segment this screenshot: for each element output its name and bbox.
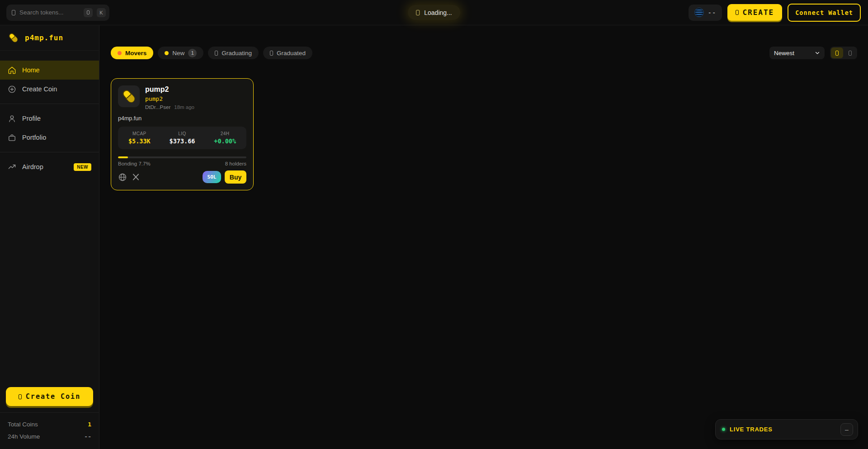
sidebar-item-profile[interactable]: Profile — [0, 109, 99, 128]
new-badge: NEW — [74, 163, 91, 171]
sort-select[interactable]: Newest — [769, 47, 825, 59]
token-card-footer: SOL Buy — [118, 170, 246, 184]
movers-dot-icon — [118, 51, 122, 55]
live-trades-title: LIVE TRADES — [730, 426, 773, 433]
live-trades-panel: LIVE TRADES – — [715, 419, 858, 440]
sidebar-item-label: Home — [22, 66, 40, 74]
cmd-key-icon — [84, 8, 93, 17]
token-identity: pump2 pump2 DtDr...Pser 18m ago — [145, 85, 194, 110]
create-button-label: CREATE — [742, 8, 774, 17]
create-coin-button[interactable]: Create Coin — [6, 387, 93, 406]
pill-logo-icon — [7, 32, 19, 44]
trending-up-icon — [8, 163, 16, 171]
chevron-down-icon — [815, 50, 820, 56]
home-icon — [8, 66, 16, 75]
bonding-row: Bonding 7.7% 8 holders — [118, 161, 246, 166]
create-coin-button-label: Create Coin — [26, 392, 80, 401]
logo[interactable]: p4mp.fun — [0, 25, 99, 51]
live-status-dot — [722, 428, 725, 431]
bonding-fill — [118, 156, 128, 158]
tab-label: Graduated — [277, 50, 306, 57]
total-coins-value: 1 — [88, 421, 91, 428]
bonding-label: Bonding 7.7% — [118, 161, 151, 166]
volume-value: -- — [84, 433, 91, 440]
tab-graduated[interactable]: Graduated — [263, 47, 312, 59]
minimize-button[interactable]: – — [840, 423, 853, 436]
token-name: pump2 — [145, 85, 194, 94]
bonding-progress-bar — [118, 156, 246, 158]
stat-value: $5.33K — [128, 137, 151, 145]
new-count-badge: 1 — [188, 49, 197, 57]
volume-label: 24h Volume — [8, 433, 40, 440]
sidebar: p4mp.fun Home Create Coin Profile Portfo… — [0, 25, 99, 449]
token-card[interactable]: pump2 pump2 DtDr...Pser 18m ago p4mp.fun… — [111, 78, 254, 190]
graduated-icon — [270, 51, 273, 56]
total-coins-label: Total Coins — [8, 421, 38, 428]
search-input[interactable] — [19, 9, 80, 16]
sidebar-item-create-coin[interactable]: Create Coin — [0, 80, 99, 99]
network-globe-icon — [694, 8, 704, 17]
sidebar-item-label: Airdrop — [22, 163, 43, 170]
toolbar-right: Newest — [769, 47, 857, 59]
stat-value: $373.66 — [170, 137, 195, 145]
list-view-button[interactable] — [844, 47, 856, 58]
search-icon — [12, 10, 15, 15]
tab-label: New — [172, 50, 184, 57]
filter-tabs: Movers New 1 Graduating Graduated — [111, 47, 312, 59]
sort-selected-value: Newest — [774, 50, 794, 57]
grid-view-button[interactable] — [831, 47, 843, 58]
token-stats: MCAP $5.33K LIQ $373.66 24H +0.00% — [118, 127, 246, 149]
buy-button[interactable]: Buy — [225, 170, 246, 184]
balance-pill[interactable]: -- — [689, 5, 722, 21]
k-key: K — [97, 8, 106, 17]
token-description: p4mp.fun — [118, 115, 246, 122]
main-content: Movers New 1 Graduating Graduated Newest — [99, 25, 868, 449]
loading-text: Loading... — [424, 9, 452, 16]
tab-new[interactable]: New 1 — [158, 47, 203, 59]
total-coins-row: Total Coins 1 — [8, 418, 91, 430]
tab-graduating[interactable]: Graduating — [208, 47, 259, 59]
x-twitter-icon[interactable] — [132, 173, 140, 181]
sidebar-stats: Total Coins 1 24h Volume -- — [0, 412, 99, 449]
website-globe-icon[interactable] — [118, 173, 127, 182]
balance-value: -- — [708, 9, 717, 16]
stat-label: 24H — [221, 131, 230, 136]
token-symbol: pump2 — [145, 95, 194, 102]
token-meta: DtDr...Pser 18m ago — [145, 104, 194, 110]
sidebar-item-label: Create Coin — [22, 85, 57, 93]
tab-label: Movers — [125, 50, 146, 57]
bell-icon — [416, 10, 420, 15]
volume-row: 24h Volume -- — [8, 430, 91, 443]
stat-label: LIQ — [178, 131, 186, 136]
briefcase-icon — [8, 133, 16, 142]
tab-label: Graduating — [222, 50, 252, 57]
sidebar-item-home[interactable]: Home — [0, 61, 99, 80]
sidebar-item-airdrop[interactable]: Airdrop NEW — [0, 157, 99, 176]
stat-label: MCAP — [132, 131, 146, 136]
sidebar-bottom: Create Coin Total Coins 1 24h Volume -- — [0, 387, 99, 449]
holders-count: 8 holders — [225, 161, 246, 166]
view-toggle — [830, 47, 857, 59]
sidebar-item-label: Portfolio — [22, 134, 46, 141]
stat-value: +0.00% — [214, 137, 236, 145]
plus-circle-icon — [8, 85, 16, 94]
tab-movers[interactable]: Movers — [111, 47, 153, 59]
pill-icon — [736, 10, 739, 15]
social-links — [118, 173, 140, 182]
filter-toolbar: Movers New 1 Graduating Graduated Newest — [111, 47, 857, 59]
new-dot-icon — [165, 51, 169, 55]
token-avatar — [118, 85, 140, 107]
creator-address[interactable]: DtDr...Pser — [145, 104, 170, 110]
sidebar-nav: Home Create Coin Profile Portfolio Airdr… — [0, 61, 99, 176]
list-view-icon — [849, 51, 852, 56]
logo-text: p4mp.fun — [25, 33, 63, 42]
sidebar-item-label: Profile — [22, 115, 41, 122]
token-card-header: pump2 pump2 DtDr...Pser 18m ago — [118, 85, 246, 110]
stat-liq: LIQ $373.66 — [161, 127, 204, 149]
connect-wallet-button[interactable]: Connect Wallet — [788, 4, 861, 22]
search-box[interactable]: K — [6, 5, 109, 21]
create-button[interactable]: CREATE — [727, 4, 782, 21]
pill-icon — [19, 394, 22, 399]
stat-24h: 24H +0.00% — [203, 127, 246, 149]
sidebar-item-portfolio[interactable]: Portfolio — [0, 128, 99, 147]
